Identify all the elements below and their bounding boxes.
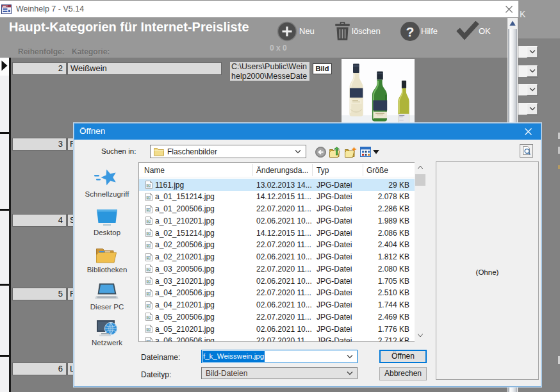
svg-text:?: ? <box>406 24 415 39</box>
